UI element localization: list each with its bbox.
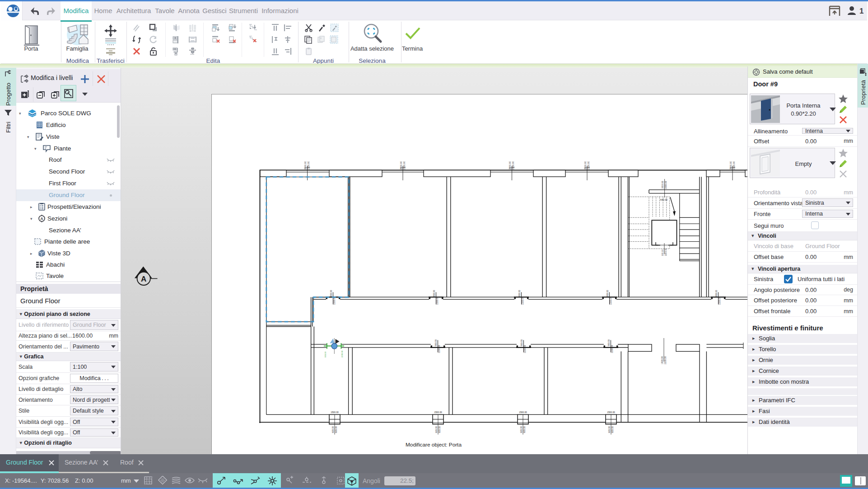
svg-text:2500.00: 2500.00 [400,161,402,169]
svg-text:2200.00: 2200.00 [665,248,667,256]
svg-text:1500.00: 1500.00 [661,356,663,364]
svg-text:2200.00: 2200.00 [664,356,667,364]
svg-text:2200.00: 2200.00 [610,296,612,305]
svg-text:1500.00: 1500.00 [434,411,442,414]
svg-text:2200.00: 2200.00 [719,296,721,305]
svg-text:1500.00: 1500.00 [607,411,615,414]
svg-text:2200.00: 2200.00 [436,296,439,305]
svg-text:A: A [141,275,146,283]
svg-text:1500.00: 1500.00 [519,411,527,414]
svg-text:2500.00: 2500.00 [729,161,732,169]
svg-text:2200.00: 2200.00 [524,345,526,353]
svg-text:2000.00: 2000.00 [665,181,667,189]
svg-text:900.00: 900.00 [435,339,437,346]
svg-text:600.00: 600.00 [332,426,334,433]
svg-text:2200.00: 2200.00 [522,296,524,305]
svg-text:2200.00: 2200.00 [333,296,336,305]
svg-text:2200.00: 2200.00 [438,345,440,353]
svg-text:2200.00: 2200.00 [733,161,735,169]
svg-text:600.00: 600.00 [520,426,523,433]
svg-text:Modificare object: Porta: Modificare object: Porta [406,442,462,448]
svg-text:A: A [40,216,43,221]
svg-text:900.00: 900.00 [608,339,610,346]
svg-text:2200.00: 2200.00 [307,161,310,169]
svg-text:2500.00: 2500.00 [304,161,307,169]
svg-text:1500.00: 1500.00 [331,411,339,414]
svg-text:600.00: 600.00 [439,426,441,433]
svg-text:900.00: 900.00 [521,339,523,346]
svg-text:900.00: 900.00 [324,352,327,357]
svg-text:900.00: 900.00 [330,290,332,296]
svg-text:900.00: 900.00 [715,290,718,296]
svg-text:2500.00: 2500.00 [584,161,587,169]
svg-text:1: 1 [859,7,863,15]
svg-text:600.00: 600.00 [523,426,526,433]
svg-text:900.00: 900.00 [433,290,435,296]
svg-text:1920.00: 1920.00 [662,181,664,189]
svg-text:600.00: 600.00 [611,426,614,433]
svg-text:2200.00: 2200.00 [403,161,406,169]
svg-text:600.00: 600.00 [608,426,611,433]
svg-text:900.00: 900.00 [662,249,664,256]
svg-text:2500.00: 2500.00 [509,161,511,169]
svg-text:900.00: 900.00 [607,290,609,296]
svg-text:2200.00: 2200.00 [587,161,590,169]
svg-text:2200.00: 2200.00 [341,350,343,357]
svg-text:2200.00: 2200.00 [611,345,613,353]
svg-text:600.00: 600.00 [335,426,337,433]
svg-text:600.00: 600.00 [435,426,438,433]
svg-text:900.00: 900.00 [518,290,521,296]
svg-text:2200.00: 2200.00 [512,161,514,169]
